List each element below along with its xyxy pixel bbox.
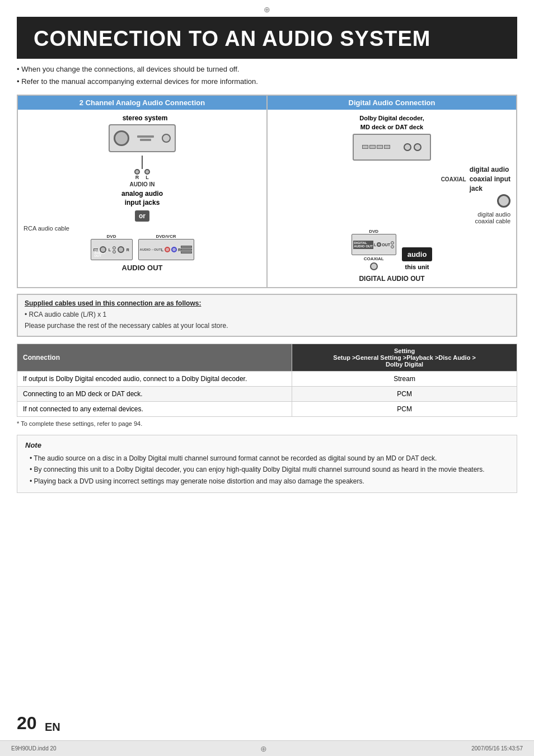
digital-audio-out-label: DIGITAL AUDIO OUT bbox=[273, 275, 510, 283]
settings-table: Connection Setting Setup >General Settin… bbox=[17, 344, 517, 417]
col-setting-header: Setting Setup >General Setting >Playback… bbox=[292, 344, 517, 371]
diagram-header-right: Digital Audio Connection bbox=[268, 96, 516, 110]
col-connection: Connection bbox=[17, 344, 292, 371]
page-number: 20 bbox=[17, 713, 37, 734]
speaker-left bbox=[114, 130, 129, 146]
this-unit-label: this unit bbox=[405, 264, 429, 270]
row-2-setting: PCM bbox=[292, 386, 517, 401]
table-row: Connecting to an MD deck or DAT deck. PC… bbox=[17, 386, 517, 401]
rca-plug-l bbox=[144, 169, 150, 175]
coaxial-device-label: COAXIAL bbox=[364, 256, 384, 261]
footnote: * To complete these settings, refer to p… bbox=[17, 420, 517, 427]
dvd-left-label: DVD bbox=[107, 234, 116, 239]
bottom-right-text: 2007/05/16 15:43:57 bbox=[471, 745, 523, 752]
bullet-2: • Refer to the manual accompanying exter… bbox=[17, 76, 517, 88]
dvdvcr-label: DVD/VCR bbox=[156, 234, 176, 239]
diagram-box: 2 Channel Analog Audio Connection stereo… bbox=[17, 95, 517, 288]
dvd-device-left: DIGITALAUDIO OUT L R bbox=[91, 239, 133, 260]
digital-coaxial-cable-label: digital audiocoaxial cable bbox=[475, 211, 510, 224]
dolby-title: Dolby Digital decoder,MD deck or DAT dec… bbox=[359, 114, 424, 132]
note-item-0: • The audio source on a disc in a Dolby … bbox=[25, 453, 509, 464]
speaker-right-small bbox=[162, 134, 171, 143]
row-1-connection: If output is Dolby Digital encoded audio… bbox=[17, 371, 292, 386]
bullet-1: • When you change the connections, all d… bbox=[17, 63, 517, 76]
dolby-device bbox=[353, 134, 431, 161]
coaxial-label-right: COAXIAL bbox=[441, 176, 466, 182]
top-crosshair: ⊕ bbox=[0, 0, 534, 17]
dvd-right-label: DVD bbox=[369, 229, 378, 234]
audio-out-label: AUDIO OUT bbox=[24, 264, 261, 272]
supplied-title: Supplied cables used in this connection … bbox=[25, 299, 509, 307]
note-title: Note bbox=[25, 441, 509, 449]
note-item-1: • By connecting this unit to a Dolby Dig… bbox=[25, 464, 509, 475]
dvdvcr-device: AUDIO→OUT L R bbox=[138, 239, 194, 260]
intro-bullets: • When you change the connections, all d… bbox=[0, 59, 534, 91]
coaxial-port bbox=[370, 262, 378, 270]
supplied-box: Supplied cables used in this connection … bbox=[17, 294, 517, 336]
audio-badge: audio bbox=[402, 247, 433, 261]
table-row: If not connected to any external devices… bbox=[17, 401, 517, 416]
note-box: Note • The audio source on a disc in a D… bbox=[17, 435, 517, 493]
dvd-device-right: DIGITALAUDIO OUT L OUT bbox=[352, 234, 396, 255]
analog-audio-label: analog audioinput jacks bbox=[121, 190, 163, 207]
page-title: CONNECTION TO AN AUDIO SYSTEM bbox=[17, 17, 517, 59]
row-2-connection: Connecting to an MD deck or DAT deck. bbox=[17, 386, 292, 401]
diagram-right: Digital Audio Connection Dolby Digital d… bbox=[268, 96, 516, 287]
stereo-label: stereo system bbox=[26, 114, 264, 122]
rca-cable-label: RCA audio cable bbox=[24, 225, 69, 232]
dvd-port-l bbox=[100, 246, 106, 253]
digital-audio-coaxial-label: digital audiocoaxial inputjack bbox=[470, 165, 510, 193]
stereo-device bbox=[109, 124, 176, 152]
diagram-left: 2 Channel Analog Audio Connection stereo… bbox=[18, 96, 268, 287]
dvd-port-r bbox=[118, 246, 124, 253]
or-badge: or bbox=[135, 210, 149, 222]
bottom-left-text: E9H90UD.indd 20 bbox=[11, 745, 57, 752]
col-setting-label: Setting bbox=[298, 348, 511, 354]
rca-plug-r bbox=[134, 169, 140, 175]
audio-in-label: AUDIO IN bbox=[129, 181, 154, 187]
row-3-connection: If not connected to any external devices… bbox=[17, 401, 292, 416]
table-row: If output is Dolby Digital encoded audio… bbox=[17, 371, 517, 386]
supplied-item-0: • RCA audio cable (L/R) x 1 bbox=[25, 309, 509, 320]
supplied-item-1: Please purchase the rest of the necessar… bbox=[25, 321, 509, 331]
page-lang: EN bbox=[45, 721, 60, 734]
diagram-visual-right: Dolby Digital decoder,MD deck or DAT dec… bbox=[268, 110, 516, 287]
bottom-bar: E9H90UD.indd 20 ⊕ 2007/05/16 15:43:57 bbox=[0, 740, 534, 756]
row-3-setting: PCM bbox=[292, 401, 517, 416]
col-setting-path: Setup >General Setting >Playback >Disc A… bbox=[298, 354, 511, 368]
diagram-visual-left: stereo system bbox=[18, 110, 266, 276]
bottom-crosshair: ⊕ bbox=[260, 744, 267, 753]
row-1-setting: Stream bbox=[292, 371, 517, 386]
page: ⊕ CONNECTION TO AN AUDIO SYSTEM • When y… bbox=[0, 0, 534, 756]
diagram-header-left: 2 Channel Analog Audio Connection bbox=[18, 96, 266, 110]
note-item-2: • Playing back a DVD using incorrect set… bbox=[25, 476, 509, 487]
coaxial-jack-visual bbox=[497, 194, 510, 208]
